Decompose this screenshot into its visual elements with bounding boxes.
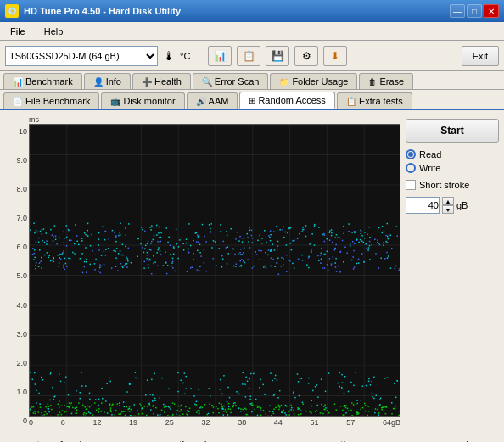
toolbar-btn-4[interactable]: ⚙ — [294, 46, 318, 66]
y-axis-unit-label: ms — [5, 115, 400, 124]
main-content: ms 10 9.0 8.0 7.0 6.0 5.0 4.0 3.0 2.0 1.… — [0, 110, 504, 434]
radio-group: Read Write — [406, 149, 499, 173]
menu-file[interactable]: File — [5, 25, 31, 38]
tab-bar-2: 📄 File Benchmark 📺 Disk monitor 🔊 AAM ⊞ … — [0, 90, 504, 110]
toolbar-btn-5[interactable]: ⬇ — [323, 46, 347, 66]
spinner-input[interactable] — [406, 197, 440, 214]
radio-write[interactable]: Write — [406, 163, 499, 173]
radio-read-label: Read — [419, 149, 441, 159]
radio-write-label: Write — [419, 163, 440, 173]
col-header-access: avg. access time — [255, 438, 390, 442]
tab-disk-monitor[interactable]: 📺 Disk monitor — [101, 92, 184, 109]
start-button[interactable]: Start — [406, 119, 499, 143]
erase-icon: 🗑 — [368, 77, 377, 87]
short-stroke-checkbox-box — [406, 180, 416, 190]
health-icon: ➕ — [142, 77, 152, 87]
spinner-down[interactable]: ▼ — [442, 205, 454, 214]
chart-inner: 10 9.0 8.0 7.0 6.0 5.0 4.0 3.0 2.0 1.0 0 — [5, 124, 400, 428]
chart-canvas-container — [29, 124, 400, 417]
exit-button[interactable]: Exit — [462, 46, 499, 66]
spinner-group: ▲ ▼ gB — [406, 197, 499, 214]
window-title: HD Tune Pro 4.50 - Hard Disk Utility — [24, 6, 181, 16]
toolbar-btn-1[interactable]: 📊 — [208, 46, 232, 66]
toolbar: TS60GSSD25D-M (64 gB) 🌡 °C 📊 📋 💾 ⚙ ⬇ Exi… — [0, 41, 504, 71]
col-header-transfer: transfer size — [5, 438, 124, 442]
tab-extra-tests[interactable]: 📋 Extra tests — [337, 92, 412, 109]
random-access-icon: ⊞ — [249, 96, 255, 105]
temp-icon: 🌡 — [163, 49, 175, 63]
tab-file-benchmark[interactable]: 📄 File Benchmark — [3, 92, 99, 109]
data-table-area: transfer size operations / sec avg. acce… — [0, 434, 504, 442]
col-header-ops: operations / sec — [124, 438, 255, 442]
menu-bar: File Help — [0, 22, 504, 41]
y-axis-labels: 10 9.0 8.0 7.0 6.0 5.0 4.0 3.0 2.0 1.0 0 — [5, 124, 29, 428]
short-stroke-label: Short stroke — [419, 180, 469, 190]
folder-icon: 📁 — [279, 77, 289, 87]
disk-monitor-icon: 📺 — [110, 97, 120, 106]
error-scan-icon: 🔍 — [202, 77, 212, 87]
chart-with-axes: ms 10 9.0 8.0 7.0 6.0 5.0 4.0 3.0 2.0 1.… — [5, 115, 400, 428]
short-stroke-checkbox[interactable]: Short stroke — [406, 180, 499, 190]
tab-benchmark[interactable]: 📊 Benchmark — [3, 73, 82, 89]
tab-bar-1: 📊 Benchmark 👤 Info ➕ Health 🔍 Error Scan… — [0, 71, 504, 90]
right-panel: Start Read Write Short stroke ▲ ▼ gB — [406, 115, 499, 428]
benchmark-icon: 📊 — [13, 77, 23, 87]
x-axis-labels: 0 6 12 19 25 32 38 44 51 57 64gB — [29, 417, 400, 428]
title-bar: 💿 HD Tune Pro 4.50 - Hard Disk Utility —… — [0, 0, 504, 22]
extra-tests-icon: 📋 — [346, 97, 356, 106]
tab-erase[interactable]: 🗑 Erase — [359, 73, 413, 89]
tab-error-scan[interactable]: 🔍 Error Scan — [193, 73, 269, 89]
radio-write-dot — [406, 163, 416, 173]
benchmark-chart — [30, 125, 400, 417]
info-icon: 👤 — [93, 77, 104, 87]
aam-icon: 🔊 — [196, 97, 206, 106]
window-controls[interactable]: — □ ✕ — [450, 4, 499, 18]
toolbar-btn-2[interactable]: 📋 — [237, 46, 260, 66]
radio-read-dot — [406, 149, 416, 159]
data-table: transfer size operations / sec avg. acce… — [5, 438, 499, 442]
tab-random-access[interactable]: ⊞ Random Access — [239, 92, 334, 109]
chart-area: ms 10 9.0 8.0 7.0 6.0 5.0 4.0 3.0 2.0 1.… — [5, 115, 400, 428]
file-benchmark-icon: 📄 — [13, 97, 23, 106]
col-header-speed: avg. speed — [390, 438, 499, 442]
drive-select[interactable]: TS60GSSD25D-M (64 gB) — [5, 46, 158, 66]
temp-unit: °C — [180, 51, 190, 61]
tab-folder-usage[interactable]: 📁 Folder Usage — [270, 73, 357, 89]
tab-aam[interactable]: 🔊 AAM — [187, 92, 238, 109]
minimize-button[interactable]: — — [450, 4, 465, 18]
maximize-button[interactable]: □ — [467, 4, 482, 18]
spinner-arrows: ▲ ▼ — [442, 197, 454, 214]
radio-read[interactable]: Read — [406, 149, 499, 159]
close-button[interactable]: ✕ — [484, 4, 499, 18]
spinner-up[interactable]: ▲ — [442, 197, 454, 205]
tab-health[interactable]: ➕ Health — [132, 73, 191, 89]
spinner-unit: gB — [456, 200, 468, 210]
tab-info[interactable]: 👤 Info — [84, 73, 131, 89]
menu-help[interactable]: Help — [39, 25, 69, 38]
toolbar-separator — [199, 48, 199, 64]
toolbar-btn-3[interactable]: 💾 — [266, 46, 289, 66]
app-icon: 💿 — [5, 4, 19, 18]
